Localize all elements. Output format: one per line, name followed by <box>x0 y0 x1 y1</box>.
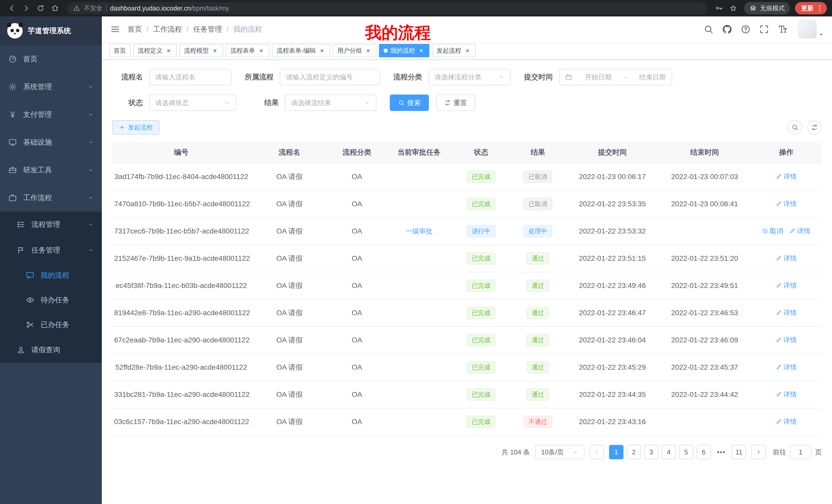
cell-status: 已完成 <box>453 354 510 381</box>
cell-actions: 详情 <box>751 190 822 218</box>
sidebar-item-home[interactable]: 首页 <box>0 45 102 73</box>
tab-my-process[interactable]: 我的流程× <box>379 44 430 57</box>
close-icon[interactable]: × <box>365 47 372 54</box>
close-icon[interactable]: × <box>211 47 218 54</box>
sidebar-item-label: 已办任务 <box>41 320 94 330</box>
sidebar-item-system[interactable]: 系统管理 <box>0 73 102 101</box>
edit-icon <box>776 201 782 207</box>
detail-link[interactable]: 详情 <box>789 227 810 235</box>
toggle-search-button[interactable] <box>788 120 802 135</box>
cell-submit-time: 2022-01-22 23:51:15 <box>566 245 658 272</box>
category-select[interactable]: 请选择流程分类 <box>428 69 511 85</box>
cell-result: 通过 <box>510 245 566 272</box>
sidebar-item-infrastructure[interactable]: 基础设施 <box>0 129 102 156</box>
close-icon[interactable]: × <box>464 47 471 54</box>
close-icon[interactable]: × <box>418 47 425 54</box>
bookmark-star-icon[interactable] <box>727 2 740 15</box>
tab-user-group[interactable]: 用户分组× <box>333 44 376 57</box>
breadcrumb-item[interactable]: 首页 <box>128 24 142 34</box>
tab-label: 流程定义 <box>138 47 162 55</box>
cell-category: OA <box>329 327 385 354</box>
detail-link[interactable]: 详情 <box>776 335 797 344</box>
cell-result: 通过 <box>510 354 566 381</box>
cancel-icon <box>762 228 768 234</box>
sidebar-item-payment[interactable]: 支付管理 <box>0 101 102 129</box>
page-button-11[interactable]: 11 <box>732 445 746 459</box>
sidebar-item-process-manage[interactable]: 流程管理 <box>0 212 102 237</box>
page-button-3[interactable]: 3 <box>644 445 658 459</box>
detail-link[interactable]: 详情 <box>776 172 797 181</box>
page-size-select[interactable]: 10条/页 <box>535 445 584 459</box>
result-select[interactable]: 请选择流结果 <box>285 94 376 111</box>
approval-task-link[interactable]: 一级审批 <box>406 227 433 236</box>
page-button-4[interactable]: 4 <box>661 445 676 459</box>
cell-actions: 详情 <box>751 245 822 272</box>
chevron-down-icon <box>88 222 94 227</box>
detail-link[interactable]: 详情 <box>776 308 797 317</box>
monitor-icon <box>8 138 17 147</box>
detail-link[interactable]: 详情 <box>776 199 797 208</box>
breadcrumb-item[interactable]: 任务管理 <box>193 24 222 34</box>
result-label: 结果 <box>250 98 279 108</box>
detail-link[interactable]: 详情 <box>776 254 797 263</box>
detail-link[interactable]: 详情 <box>776 390 797 399</box>
detail-link[interactable]: 详情 <box>776 363 797 372</box>
close-icon[interactable]: × <box>165 47 172 54</box>
tab-process-form[interactable]: 流程表单× <box>226 44 269 57</box>
result-tag: 已取消 <box>523 171 552 183</box>
status-select[interactable]: 请选择状态 <box>149 94 237 111</box>
address-bar[interactable]: 不安全 dashboard.yudao.iocoder.cn/bpm/task/… <box>67 2 707 15</box>
message-icon <box>26 271 34 280</box>
page-button-6[interactable]: 6 <box>697 445 711 459</box>
home-icon[interactable] <box>48 2 62 15</box>
tab-create-process[interactable]: 发起流程× <box>432 44 476 57</box>
tab-process-definition[interactable]: 流程定义× <box>133 44 177 57</box>
right-toolbar <box>788 120 822 135</box>
hamburger-icon[interactable] <box>110 24 120 34</box>
prev-page-button[interactable] <box>590 445 604 459</box>
user-menu[interactable] <box>798 20 824 38</box>
reset-button[interactable]: 重置 <box>436 94 475 111</box>
key-icon[interactable] <box>712 2 726 15</box>
update-button[interactable]: 更新 <box>795 2 827 15</box>
pagination-ellipsis[interactable]: ••• <box>714 445 729 459</box>
detail-link[interactable]: 详情 <box>776 417 797 426</box>
reload-icon[interactable] <box>34 2 47 15</box>
tab-process-model[interactable]: 流程模型× <box>179 44 223 57</box>
detail-link[interactable]: 详情 <box>776 281 797 290</box>
process-name-input[interactable] <box>149 69 231 85</box>
page-button-5[interactable]: 5 <box>679 445 694 459</box>
page-button-2[interactable]: 2 <box>627 445 641 459</box>
date-range-picker[interactable]: 开始日期 - 结束日期 <box>559 69 672 85</box>
fullscreen-icon[interactable] <box>759 24 769 34</box>
tab-home[interactable]: 首页 <box>109 44 131 57</box>
goto-page-input[interactable] <box>790 445 811 459</box>
process-definition-input[interactable] <box>280 69 380 85</box>
breadcrumb-item[interactable]: 工作流程 <box>153 24 182 34</box>
tab-process-form-edit[interactable]: 流程表单-编辑× <box>272 44 330 57</box>
back-icon[interactable] <box>5 2 19 15</box>
sidebar-item-todo-task[interactable]: 待办任务 <box>0 288 102 312</box>
search-icon[interactable] <box>703 24 714 34</box>
kebab-menu-icon[interactable] <box>815 4 824 12</box>
close-icon[interactable]: × <box>258 47 265 54</box>
cancel-link[interactable]: 取消 <box>762 227 783 235</box>
sidebar-item-workflow[interactable]: 工作流程 <box>0 184 102 212</box>
page-button-1[interactable]: 1 <box>609 445 623 459</box>
refresh-table-button[interactable] <box>807 120 822 135</box>
sidebar-item-my-process[interactable]: 我的流程 <box>0 263 102 288</box>
create-process-button[interactable]: 发起流程 <box>112 120 159 135</box>
sidebar-item-done-task[interactable]: 已办任务 <box>0 312 102 337</box>
status-label: 状态 <box>112 98 143 108</box>
edit-icon <box>776 255 782 261</box>
search-button[interactable]: 搜索 <box>390 94 429 111</box>
next-page-button[interactable] <box>751 445 766 459</box>
sidebar-item-dev-tools[interactable]: 研发工具 <box>0 156 102 184</box>
help-icon[interactable] <box>740 24 751 34</box>
sidebar-item-leave-query[interactable]: 请假查询 <box>0 337 102 363</box>
github-icon[interactable] <box>722 24 732 34</box>
forward-icon[interactable] <box>20 2 33 15</box>
close-icon[interactable]: × <box>318 47 326 54</box>
sidebar-item-task-manage[interactable]: 任务管理 <box>0 237 102 263</box>
font-size-icon[interactable] <box>778 24 788 34</box>
